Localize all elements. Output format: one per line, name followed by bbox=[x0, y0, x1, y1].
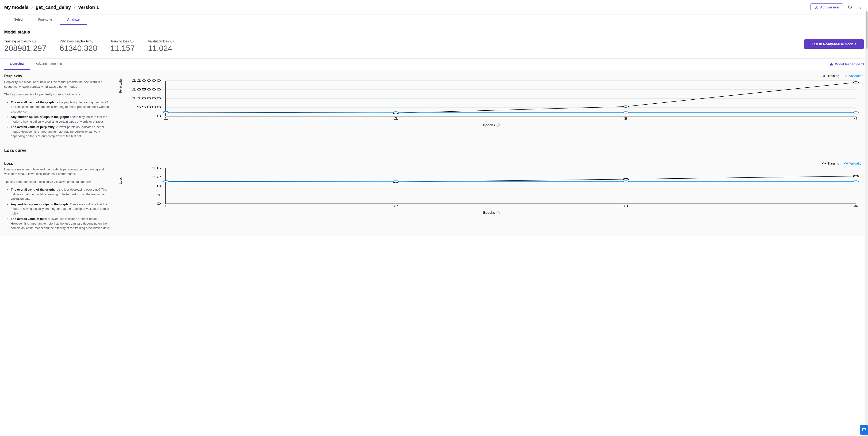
topbar-actions: Add version bbox=[810, 3, 864, 11]
svg-text:1: 1 bbox=[163, 117, 168, 120]
legend-training[interactable]: Training bbox=[822, 74, 839, 78]
perplexity-lead: The key components of a perplexity curve… bbox=[4, 92, 111, 97]
info-icon[interactable]: i bbox=[497, 211, 500, 214]
metric-label: Validation loss bbox=[148, 39, 169, 43]
svg-point-4 bbox=[860, 7, 861, 7]
tab-advanced-metrics[interactable]: Advanced metrics bbox=[30, 59, 67, 70]
history-icon bbox=[848, 5, 852, 9]
metric-label: Validation perplexity bbox=[60, 39, 89, 43]
x-axis-label: Epochsi bbox=[120, 211, 863, 214]
add-version-label: Add version bbox=[820, 5, 839, 9]
breadcrumb: My models › get_cand_delay › Version 1 bbox=[4, 5, 99, 10]
metric-training-loss: Training lossi 11.157 bbox=[110, 39, 135, 53]
loss-description: Loss Loss is a measure of how well the m… bbox=[0, 157, 115, 236]
metric-value: 11.157 bbox=[110, 44, 135, 53]
model-leaderboard-link[interactable]: Model leaderboard bbox=[830, 62, 864, 66]
scrollbar[interactable] bbox=[865, 11, 868, 236]
plus-circle-icon bbox=[814, 5, 818, 9]
loss-section: Loss Loss is a measure of how well the m… bbox=[0, 157, 868, 236]
leaderboard-icon bbox=[830, 62, 833, 66]
loss-chart[interactable]: Loss 04812161234 bbox=[120, 167, 863, 209]
svg-text:220000: 220000 bbox=[132, 79, 161, 82]
perplexity-title: Perplexity bbox=[4, 74, 111, 78]
history-button[interactable] bbox=[846, 4, 854, 11]
perplexity-intro: Perplexity is a measure of how well the … bbox=[4, 80, 111, 89]
loss-chart-panel: Training Validation Loss 04812161234 Epo… bbox=[115, 157, 868, 236]
svg-point-3 bbox=[860, 6, 861, 6]
svg-point-55 bbox=[623, 180, 628, 182]
svg-point-52 bbox=[853, 175, 858, 177]
metric-value: 61340.328 bbox=[60, 44, 97, 53]
list-item: The overall value of perplexity: A lower… bbox=[11, 125, 111, 138]
svg-rect-6 bbox=[830, 64, 831, 65]
loss-title: Loss bbox=[4, 162, 111, 166]
svg-rect-8 bbox=[832, 64, 833, 65]
svg-text:4: 4 bbox=[854, 204, 858, 207]
perplexity-description: Perplexity Perplexity is a measure of ho… bbox=[0, 70, 115, 144]
add-version-button[interactable]: Add version bbox=[810, 3, 843, 11]
y-axis-label: Perplexity bbox=[119, 78, 122, 93]
tab-select[interactable]: Select bbox=[6, 15, 31, 25]
svg-text:2: 2 bbox=[393, 117, 398, 120]
metric-value: 11.024 bbox=[148, 44, 174, 53]
svg-text:4: 4 bbox=[854, 117, 858, 120]
perplexity-chart-panel: Training Validation Perplexity 055000110… bbox=[115, 70, 868, 144]
perplexity-chart[interactable]: Perplexity 0550001100001650002200001234 bbox=[120, 79, 863, 122]
info-icon[interactable]: i bbox=[32, 40, 36, 43]
tab-finetune[interactable]: Fine-tune bbox=[31, 15, 60, 25]
metric-validation-perplexity: Validation perplexityi 61340.328 bbox=[60, 39, 97, 53]
list-item: Any sudden spikes or dips in the graph: … bbox=[11, 202, 111, 216]
svg-point-31 bbox=[623, 111, 628, 113]
chart-legend: Training Validation bbox=[120, 162, 863, 165]
tab-analyze[interactable]: Analyze bbox=[60, 15, 87, 25]
svg-text:1: 1 bbox=[163, 204, 168, 207]
svg-point-29 bbox=[163, 111, 168, 113]
svg-text:16: 16 bbox=[151, 167, 161, 170]
svg-point-27 bbox=[623, 106, 628, 107]
info-icon[interactable]: i bbox=[170, 40, 174, 43]
metric-label: Training perplexity bbox=[4, 39, 31, 43]
svg-text:165000: 165000 bbox=[132, 88, 161, 91]
svg-text:0: 0 bbox=[156, 202, 161, 205]
svg-text:0: 0 bbox=[156, 114, 161, 118]
leaderboard-label: Model leaderboard bbox=[835, 62, 864, 66]
loss-lead: The key components of a loss curve visua… bbox=[4, 179, 111, 184]
svg-point-51 bbox=[623, 178, 628, 180]
svg-point-28 bbox=[853, 81, 858, 83]
list-item: The overall trend of the graph: Is the l… bbox=[11, 187, 111, 201]
svg-text:8: 8 bbox=[156, 184, 161, 187]
perplexity-section: Perplexity Perplexity is a measure of ho… bbox=[0, 70, 868, 144]
chart-legend: Training Validation bbox=[120, 74, 863, 78]
loss-curve-heading: Loss curve bbox=[0, 144, 868, 157]
breadcrumb-version[interactable]: Version 1 bbox=[78, 5, 99, 10]
svg-text:3: 3 bbox=[623, 117, 628, 120]
svg-text:3: 3 bbox=[623, 204, 628, 207]
kebab-icon bbox=[858, 5, 862, 9]
svg-text:12: 12 bbox=[151, 175, 161, 178]
svg-point-54 bbox=[393, 180, 398, 182]
svg-point-53 bbox=[163, 180, 168, 182]
breadcrumb-root[interactable]: My models bbox=[4, 5, 28, 10]
list-item: The overall value of loss: A lower loss … bbox=[11, 216, 111, 230]
legend-training[interactable]: Training bbox=[822, 162, 839, 165]
svg-text:110000: 110000 bbox=[132, 97, 161, 100]
info-icon[interactable]: i bbox=[497, 124, 500, 127]
legend-validation[interactable]: Validation bbox=[844, 74, 863, 78]
model-status-title: Model status bbox=[4, 30, 864, 35]
metric-value: 208981.297 bbox=[4, 44, 46, 53]
breadcrumb-model[interactable]: get_cand_delay bbox=[36, 5, 71, 10]
list-item: Any sudden spikes or dips in the graph: … bbox=[11, 114, 111, 124]
scrollbar-thumb[interactable] bbox=[866, 11, 868, 49]
content-area: Perplexity Perplexity is a measure of ho… bbox=[0, 70, 868, 236]
info-icon[interactable]: i bbox=[130, 40, 133, 43]
test-ready-models-button[interactable]: Test in Ready-to-use models bbox=[804, 39, 864, 49]
legend-validation[interactable]: Validation bbox=[844, 162, 863, 165]
tab-overview[interactable]: Overview bbox=[4, 59, 30, 70]
svg-text:2: 2 bbox=[393, 204, 398, 207]
svg-point-30 bbox=[393, 111, 398, 113]
svg-rect-7 bbox=[831, 63, 832, 65]
main-tabs: Select Fine-tune Analyze bbox=[0, 15, 868, 25]
more-actions-button[interactable] bbox=[857, 4, 864, 11]
info-icon[interactable]: i bbox=[90, 40, 93, 43]
loss-bullets: The overall trend of the graph: Is the l… bbox=[4, 187, 111, 230]
